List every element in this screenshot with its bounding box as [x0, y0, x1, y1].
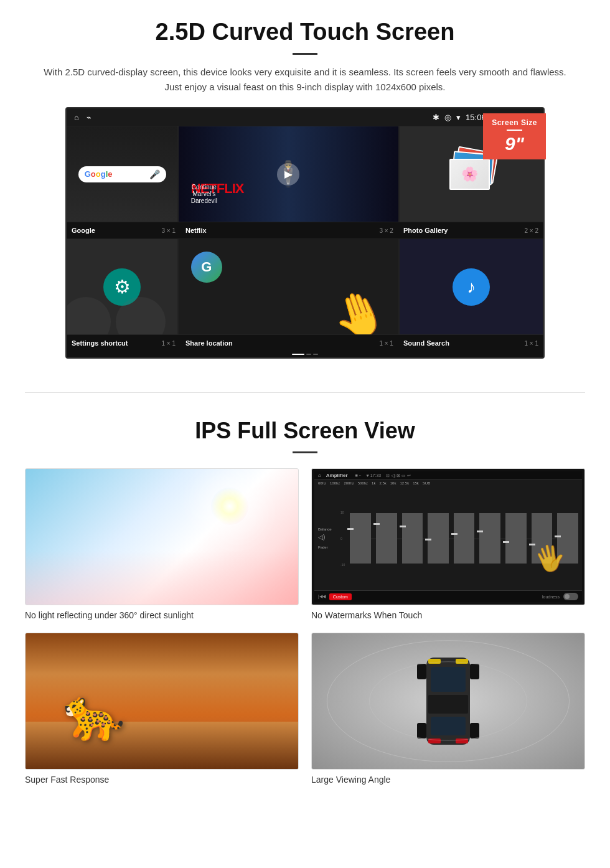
cheetah-label: Super Fast Response: [25, 775, 299, 785]
play-button[interactable]: ▶: [277, 163, 299, 186]
amp-title: Amplifier: [326, 473, 348, 478]
amp-freq-sub: SUB: [423, 481, 430, 485]
settings-label: Settings shortcut 1 × 1: [67, 337, 181, 349]
eq-slider-9-thumb: [555, 535, 561, 537]
amp-freq-1k: 1k: [372, 481, 375, 485]
device-wrapper: Screen Size 9" ⌂ ⌁ ✱ ◎ ▾ 15:06 ⊡: [65, 107, 545, 359]
amp-freq-10k: 10k: [390, 481, 396, 485]
toggle-thumb: [565, 594, 570, 599]
scale-10: 10: [340, 511, 345, 514]
eq-slider-6-thumb: [477, 531, 483, 532]
car-guide-lines: [312, 633, 584, 769]
amp-top-bar: ⌂ Amplifier ■ ·· ♥ 17:33 ⊡ ◁) ⊠ ▭ ↩: [314, 471, 582, 480]
status-bar-left: ⌂ ⌁: [74, 113, 92, 122]
amp-freq-100hz: 100hz: [330, 481, 340, 485]
scale-0: 0: [340, 537, 345, 540]
amp-freq-12_5k: 12.5k: [400, 481, 409, 485]
gallery-label: Photo Gallery 2 × 2: [398, 225, 543, 236]
scale-minus10: -10: [340, 563, 345, 567]
eq-slider-1[interactable]: [350, 513, 371, 564]
home-icon[interactable]: ⌂: [74, 113, 79, 122]
share-label: Share location 1 × 1: [181, 337, 398, 349]
mic-icon[interactable]: 🎤: [149, 169, 160, 179]
settings-label-text: Settings shortcut: [72, 339, 128, 347]
amp-bottom-bar: |◀◀ Custom loudness: [314, 590, 582, 602]
scroll-dot-active: [292, 354, 304, 355]
eq-slider-7-thumb: [503, 541, 509, 543]
car-image: [311, 633, 585, 770]
sound-icon: ♪: [453, 268, 490, 306]
eq-slider-7[interactable]: [505, 513, 527, 564]
wifi-icon: ▾: [456, 113, 461, 122]
section1-description: With 2.5D curved-display screen, this de…: [37, 65, 573, 95]
amp-freq-500hz: 500hz: [358, 481, 368, 485]
scroll-indicator: [67, 351, 543, 357]
music-note-icon: ♪: [467, 277, 476, 297]
gear-icon: ⚙: [114, 276, 131, 298]
share-app-cell[interactable]: G 🤚: [178, 238, 399, 335]
share-label-text: Share location: [185, 339, 233, 347]
deco-circle-1: [67, 297, 111, 335]
feature-amplifier: ⌂ Amplifier ■ ·· ♥ 17:33 ⊡ ◁) ⊠ ▭ ↩ 60hz…: [311, 468, 585, 620]
eq-slider-1-thumb: [347, 528, 354, 530]
amp-speaker-icon: ◁): [318, 534, 337, 540]
pointing-hand: 🤚: [325, 282, 393, 335]
flower-icon: 🌸: [461, 166, 478, 182]
eq-slider-8-thumb: [529, 544, 535, 545]
netflix-bg: 🕴 ▶ NETFLIX Continue Marvel's Daredevil: [179, 126, 398, 222]
amp-loudness-label: loudness: [542, 595, 560, 599]
amp-prev: |◀◀: [318, 594, 326, 599]
eq-slider-6[interactable]: [479, 513, 500, 564]
page: 2.5D Curved Touch Screen With 2.5D curve…: [0, 0, 610, 803]
eq-bars: 🖐: [350, 511, 578, 567]
eq-slider-2[interactable]: [376, 513, 397, 564]
amplifier-label: No Watermarks When Touch: [311, 610, 585, 620]
eq-slider-3[interactable]: [402, 513, 423, 564]
netflix-label: Netflix 3 × 2: [181, 225, 398, 236]
device-screen: ⌂ ⌁ ✱ ◎ ▾ 15:06 ⊡ ◁) ⊠ ▭: [65, 107, 545, 359]
sunlight-image: [25, 468, 299, 605]
amp-icons: ⊡ ◁) ⊠ ▭ ↩: [386, 473, 411, 478]
settings-app-cell[interactable]: ⚙: [67, 238, 178, 335]
eq-slider-4[interactable]: [428, 513, 449, 564]
section1-underline: [293, 53, 317, 55]
amplifier-image: ⌂ Amplifier ■ ·· ♥ 17:33 ⊡ ◁) ⊠ ▭ ↩ 60hz…: [311, 468, 585, 605]
deco-circles-settings: [67, 297, 166, 335]
sound-label-text: Sound Search: [403, 339, 449, 347]
google-app-cell[interactable]: Google 🎤: [67, 126, 178, 222]
amp-fader-label: Fader: [318, 545, 337, 549]
netflix-app-cell[interactable]: 🕴 ▶ NETFLIX Continue Marvel's Daredevil: [178, 126, 399, 222]
eq-slider-5-thumb: [451, 533, 458, 535]
section1-title: 2.5D Curved Touch Screen: [37, 19, 573, 45]
netflix-content: 🕴 ▶ NETFLIX Continue Marvel's Daredevil: [179, 126, 398, 222]
sunlight-label: No light reflecting under 360° direct su…: [25, 610, 299, 620]
section2-title: IPS Full Screen View: [25, 418, 585, 444]
section-curved-screen: 2.5D Curved Touch Screen With 2.5D curve…: [0, 0, 610, 374]
maps-g-letter: G: [201, 259, 212, 275]
settings-dim: 1 × 1: [161, 340, 176, 347]
badge-label: Screen Size: [492, 118, 537, 127]
amp-side-labels: Balance ◁) Fader: [318, 527, 337, 549]
screen-size-badge: Screen Size 9": [483, 113, 546, 159]
status-bar: ⌂ ⌁ ✱ ◎ ▾ 15:06 ⊡ ◁) ⊠ ▭: [67, 108, 543, 126]
sound-app-cell[interactable]: ♪: [399, 238, 543, 335]
section-divider: [25, 392, 585, 393]
amp-loudness-toggle[interactable]: [563, 593, 578, 600]
amp-balance-label: Balance: [318, 527, 337, 531]
section-ips-screen: IPS Full Screen View No light reflecting…: [0, 412, 610, 803]
google-search-bar[interactable]: Google 🎤: [78, 166, 166, 182]
amp-freq-200hz: 200hz: [344, 481, 354, 485]
eq-slider-5[interactable]: [454, 513, 475, 564]
amp-screen: ⌂ Amplifier ■ ·· ♥ 17:33 ⊡ ◁) ⊠ ▭ ↩ 60hz…: [314, 471, 582, 602]
amp-scale: 10 0 -10: [340, 511, 345, 567]
amp-custom-btn[interactable]: Custom: [329, 593, 352, 600]
sound-label: Sound Search 1 × 1: [398, 337, 543, 349]
scroll-dot-2: [313, 354, 318, 355]
usb-icon: ⌁: [87, 113, 92, 122]
netflix-label-text: Netflix: [185, 227, 207, 234]
app-row-2: ⚙ G: [67, 238, 543, 335]
sun-glow: [211, 488, 248, 525]
badge-line: [507, 130, 522, 131]
labels-row-2: Settings shortcut 1 × 1 Share location 1…: [67, 335, 543, 351]
feature-car: Large Viewing Angle: [311, 633, 585, 785]
